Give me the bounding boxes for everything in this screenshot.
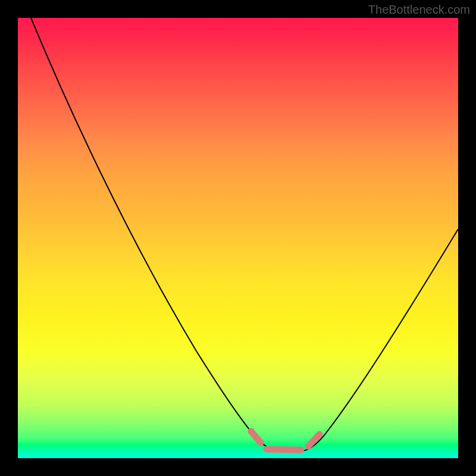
bottleneck-curve [31, 18, 458, 451]
watermark-text: TheBottleneck.com [368, 3, 470, 17]
optimal-marker-mid [267, 449, 301, 450]
chart-container: TheBottleneck.com [0, 0, 476, 476]
plot-area [18, 18, 458, 458]
optimal-marker-left [251, 431, 261, 443]
optimal-marker-right [308, 434, 320, 446]
curve-svg [18, 18, 458, 458]
